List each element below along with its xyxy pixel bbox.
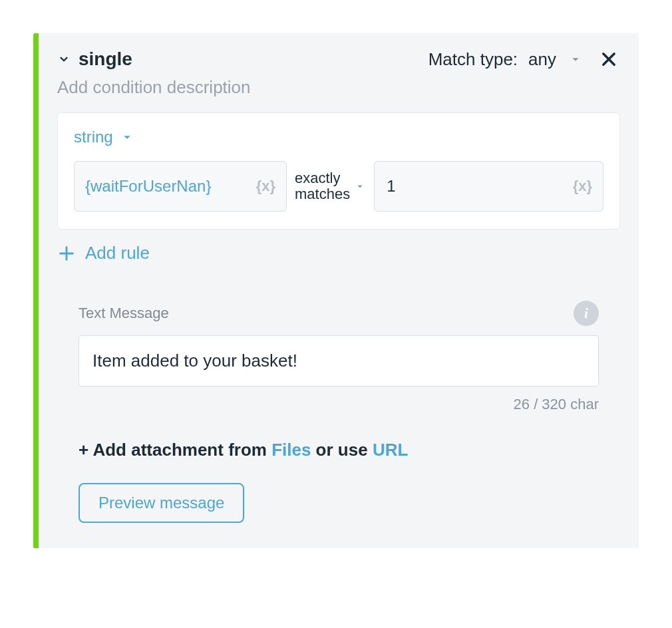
rule-card: string {waitForUserNan} {x} exactly matc…	[57, 112, 620, 230]
caret-down-icon	[354, 180, 366, 192]
rule-type-select[interactable]: string	[74, 128, 603, 146]
collapse-icon[interactable]	[57, 53, 71, 66]
message-section: Text Message i Item added to your basket…	[57, 301, 620, 523]
condition-description[interactable]: Add condition description	[57, 77, 620, 98]
left-operand-input[interactable]: {waitForUserNan} {x}	[74, 161, 287, 212]
preview-message-button[interactable]: Preview message	[79, 483, 244, 523]
rule-type-label: string	[74, 128, 113, 146]
close-icon[interactable]	[597, 48, 620, 71]
caret-down-icon	[120, 130, 134, 144]
condition-title: single	[79, 49, 132, 70]
info-icon[interactable]: i	[574, 301, 599, 326]
attach-prefix: + Add attachment from	[79, 440, 271, 460]
variable-picker-icon[interactable]: {x}	[256, 178, 275, 195]
right-operand-input[interactable]: {x}	[374, 161, 603, 212]
match-type-value[interactable]: any	[528, 49, 556, 70]
text-message-label: Text Message	[79, 305, 169, 322]
operator-line2: matches	[295, 186, 350, 202]
attach-middle: or use	[311, 440, 372, 460]
match-type-caret-icon[interactable]	[568, 52, 583, 67]
match-type-label: Match type:	[428, 49, 518, 70]
operator-line1: exactly	[295, 170, 350, 186]
condition-panel: single Match type: any Add condition des…	[33, 33, 639, 548]
text-message-value: Item added to your basket!	[92, 351, 297, 371]
variable-picker-icon[interactable]: {x}	[573, 178, 592, 195]
operator-select[interactable]: exactly matches	[295, 161, 366, 212]
plus-icon	[57, 244, 76, 263]
add-attachment-row: + Add attachment from Files or use URL	[79, 440, 599, 460]
right-operand-value[interactable]	[385, 176, 572, 196]
left-operand-variable: {waitForUserNan}	[85, 177, 211, 196]
panel-header: single Match type: any	[57, 48, 620, 71]
text-message-input[interactable]: Item added to your basket!	[79, 335, 599, 387]
rule-operands: {waitForUserNan} {x} exactly matches {x}	[74, 161, 603, 212]
char-count: 26 / 320 char	[79, 396, 599, 413]
attach-files-link[interactable]: Files	[271, 440, 311, 460]
add-rule-button[interactable]: Add rule	[57, 243, 620, 263]
add-rule-label: Add rule	[85, 243, 150, 263]
attach-url-link[interactable]: URL	[373, 440, 408, 460]
